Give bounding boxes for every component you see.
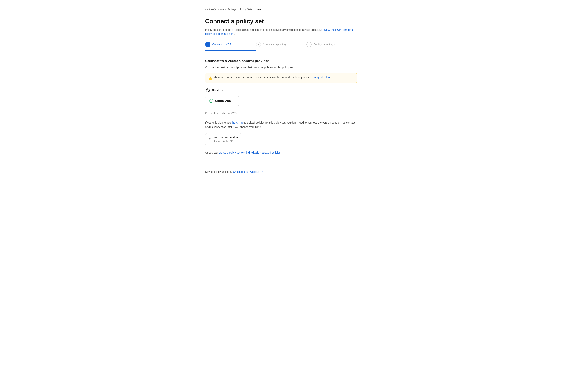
create-individually-link[interactable]: create a policy set with individually ma… [219,151,281,154]
github-label: GitHub [212,88,223,93]
page-title: Connect a policy set [205,17,357,26]
no-vcs-main-label: No VCS connection [213,136,238,140]
upgrade-plan-link[interactable]: Upgrade plan [314,76,330,79]
step-2-label: Choose a repository [263,43,287,46]
github-app-card[interactable]: GitHub App [205,96,239,106]
connect-different-vcs: Connect to a different VCS [205,111,357,115]
step-3-configure: 3 Configure settings [306,42,357,50]
footer-note: New to policy as code? Check out our web… [205,170,357,174]
github-provider-label: GitHub [205,88,357,93]
breadcrumb-org[interactable]: mattias-fjellstrom [205,8,224,11]
no-vcs-card[interactable]: ⊘ No VCS connection Requires CLI or API [205,133,242,146]
breadcrumb-policy-sets[interactable]: Policy Sets [240,8,252,11]
steps-bar: 1 Connect to VCS 2 Choose a repository 3… [205,42,357,51]
section-description: Choose the version control provider that… [205,66,357,69]
step-2-badge: 2 [256,42,261,47]
no-vcs-icon: ⊘ [209,137,212,142]
warning-text: There are no remaining versioned policy … [214,76,330,80]
api-link[interactable]: the API [232,121,244,124]
svg-point-0 [209,99,213,103]
warning-banner: ⚠️ There are no remaining versioned poli… [205,73,357,83]
step-2-choose-repo: 2 Choose a repository [256,42,306,50]
step-1-badge: 1 [205,42,211,47]
breadcrumb: mattias-fjellstrom / Settings / Policy S… [205,8,357,11]
no-vcs-sub-label: Requires CLI or API [213,140,238,143]
github-app-label: GitHub App [215,99,231,103]
api-info-text: If you only plan to use the API to uploa… [205,121,357,130]
website-external-link-icon [260,171,263,173]
create-individually-text: Or you can create a policy set with indi… [205,151,357,155]
section-title: Connect to a version control provider [205,58,357,64]
external-link-icon [231,33,233,35]
step-1-connect-vcs[interactable]: 1 Connect to VCS [205,42,256,51]
breadcrumb-settings[interactable]: Settings [227,8,236,11]
step-3-badge: 3 [306,42,312,47]
api-external-link-icon [241,122,244,124]
github-logo-icon [205,88,210,93]
step-1-label: Connect to VCS [212,43,231,46]
breadcrumb-current: New [256,8,261,11]
step-3-label: Configure settings [314,43,335,46]
page-subtitle: Policy sets are groups of policies that … [205,28,357,36]
website-link[interactable]: Check out our website [233,170,262,173]
check-circle-icon [209,99,213,103]
warning-icon: ⚠️ [208,76,212,80]
